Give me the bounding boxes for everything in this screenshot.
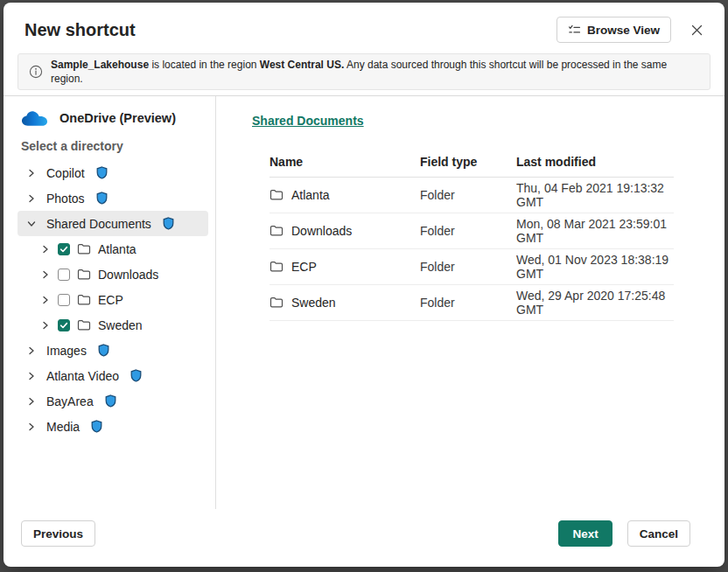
checkbox-checked[interactable] [58,243,70,255]
dialog-body: OneDrive (Preview) Select a directory Co… [4,96,724,509]
folder-contents-pane: Shared Documents Name Field type Last mo… [216,96,724,509]
folder-icon [77,242,91,256]
chevron-right-icon[interactable] [25,395,37,407]
chevron-right-icon[interactable] [25,345,37,356]
folder-icon [270,188,284,202]
chevron-right-icon[interactable] [25,370,37,381]
row-last-modified: Thu, 04 Feb 2021 19:13:32 GMT [516,181,674,209]
row-name: ECP [291,260,317,274]
tree-item-sweden[interactable]: Sweden [18,312,208,338]
tree-item-media[interactable]: Media [18,414,208,439]
folder-icon [77,318,91,332]
browse-view-button[interactable]: Browse View [556,17,671,43]
chevron-right-icon[interactable] [39,319,51,331]
header-divider [4,90,724,96]
row-last-modified: Wed, 01 Nov 2023 18:38:19 GMT [516,253,674,281]
shield-icon [96,166,108,179]
region-info-banner: Sample_Lakehouse is located in the regio… [18,53,710,90]
shield-icon [130,369,142,382]
chevron-right-icon[interactable] [25,167,37,178]
folder-icon [270,260,284,274]
close-x-icon [690,24,704,37]
source-header: OneDrive (Preview) [18,105,208,129]
tree-item-label: Atlanta [98,242,136,256]
tree-item-images[interactable]: Images [18,338,208,363]
tree-item-photos[interactable]: Photos [18,185,208,211]
chevron-right-icon[interactable] [39,294,51,305]
multiselect-list-icon [568,24,581,37]
column-header-last-modified: Last modified [516,155,674,169]
shield-icon [163,217,174,230]
dialog-header: New shortcut Browse View [4,3,724,50]
chevron-right-icon[interactable] [25,421,37,432]
region-name: West Central US. [260,59,344,71]
row-field-type: Folder [420,188,516,202]
breadcrumb[interactable]: Shared Documents [252,114,364,128]
tree-item-shared-documents[interactable]: Shared Documents [18,211,208,236]
table-row[interactable]: Sweden Folder Wed, 29 Apr 2020 17:25:48 … [270,285,674,321]
previous-button[interactable]: Previous [21,520,95,547]
cancel-button[interactable]: Cancel [627,520,690,547]
row-field-type: Folder [420,224,516,238]
checkbox-checked[interactable] [58,319,70,331]
chevron-right-icon[interactable] [39,269,51,280]
chevron-right-icon[interactable] [25,192,37,204]
tree-item-label: BayArea [46,394,94,408]
banner-text: Sample_Lakehouse is located in the regio… [51,58,699,86]
table-row[interactable]: Atlanta Folder Thu, 04 Feb 2021 19:13:32… [270,178,674,213]
row-last-modified: Wed, 29 Apr 2020 17:25:48 GMT [516,289,674,317]
tree-item-atlanta-video[interactable]: Atlanta Video [18,363,208,388]
tree-item-label: Photos [46,192,85,206]
tree-item-label: Shared Documents [46,217,151,231]
folder-table: Name Field type Last modified Atlanta Fo… [270,147,674,321]
shield-icon [98,344,109,357]
folder-icon [270,296,284,310]
browse-view-label: Browse View [587,24,660,37]
tree-item-bayarea[interactable]: BayArea [18,388,208,414]
row-field-type: Folder [420,260,516,274]
tree-item-copilot[interactable]: Copilot [18,160,208,185]
tree-item-label: Copilot [46,166,85,180]
chevron-down-icon[interactable] [25,218,37,229]
table-row[interactable]: Downloads Folder Mon, 08 Mar 2021 23:59:… [270,213,674,249]
row-field-type: Folder [420,296,516,310]
select-directory-label: Select a directory [18,129,208,157]
table-row[interactable]: ECP Folder Wed, 01 Nov 2023 18:38:19 GMT [270,249,674,285]
shield-icon [105,394,116,408]
folder-icon [77,268,91,282]
checkbox-unchecked[interactable] [58,269,70,281]
next-button[interactable]: Next [558,520,612,547]
chevron-right-icon[interactable] [39,243,51,255]
source-label: OneDrive (Preview) [60,111,176,125]
lakehouse-name: Sample_Lakehouse [51,59,149,71]
shield-icon [96,192,108,205]
folder-icon [77,293,91,307]
folder-icon [270,224,284,238]
column-header-field-type: Field type [420,155,516,169]
close-button[interactable] [688,21,705,38]
column-header-name: Name [270,155,420,169]
info-circle-icon [29,65,43,79]
row-name: Sweden [291,296,336,310]
tree-item-downloads[interactable]: Downloads [18,262,208,287]
row-last-modified: Mon, 08 Mar 2021 23:59:01 GMT [516,217,674,245]
directory-tree: Copilot Photos Shared Documents [18,160,208,439]
tree-item-label: Sweden [98,318,143,332]
table-header-row: Name Field type Last modified [270,147,674,178]
tree-item-ecp[interactable]: ECP [18,287,208,312]
row-name: Atlanta [291,188,330,202]
new-shortcut-dialog: New shortcut Browse View [4,3,724,567]
tree-item-label: Images [46,344,87,358]
tree-item-atlanta[interactable]: Atlanta [18,236,208,262]
tree-item-label: Media [46,420,80,434]
onedrive-cloud-icon [21,109,48,127]
tree-item-label: Downloads [98,268,158,282]
tree-item-label: Atlanta Video [46,369,119,383]
page-title: New shortcut [24,20,556,40]
checkbox-unchecked[interactable] [58,294,70,306]
row-name: Downloads [291,224,352,238]
app-background: { "dialog": { "title": "New shortcut", "… [0,0,728,572]
directory-pane: OneDrive (Preview) Select a directory Co… [4,96,216,509]
shield-icon [91,420,102,433]
dialog-footer: Previous Next Cancel [4,509,724,567]
